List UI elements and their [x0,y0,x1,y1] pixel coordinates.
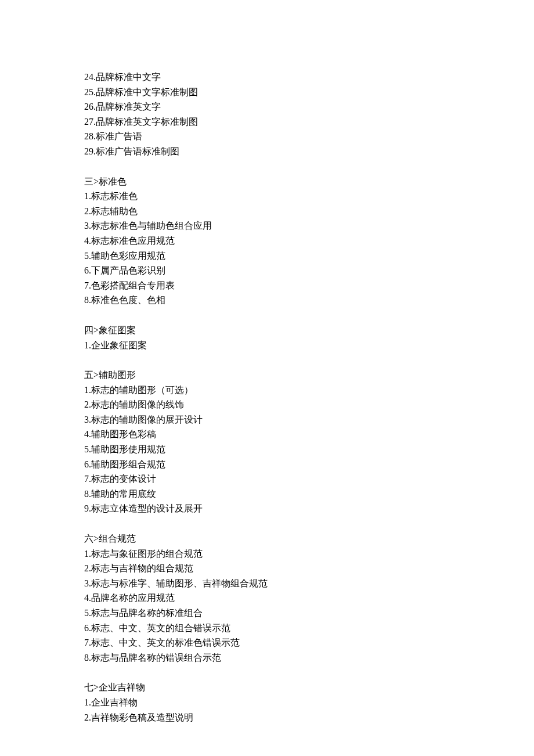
section-top: 24.品牌标准中文字 25.品牌标准中文字标准制图 26.品牌标准英文字 27.… [84,70,534,159]
list-item: 9.标志立体造型的设计及展开 [84,501,534,516]
list-item: 4.辅助图形色彩稿 [84,427,534,442]
list-item: 4.标志标准色应用规范 [84,233,534,249]
list-item: 27.品牌标准英文字标准制图 [84,114,534,129]
list-item: 5.标志与品牌名称的标准组合 [84,606,534,621]
list-item: 8.标志与品牌名称的错误组合示范 [84,650,534,665]
section-5: 五>辅助图形 1.标志的辅助图形（可选） 2.标志的辅助图像的线饰 3.标志的辅… [84,368,534,516]
list-item: 1.企业象征图案 [84,338,534,353]
list-item: 26.品牌标准英文字 [84,99,534,114]
list-item: 29.标准广告语标准制图 [84,144,534,159]
list-item: 4.品牌名称的应用规范 [84,591,534,606]
list-item: 5.辅助图形使用规范 [84,442,534,457]
section-header: 三>标准色 [84,174,534,189]
list-item: 6.辅助图形组合规范 [84,457,534,472]
list-item: 8.标准色色度、色相 [84,293,534,308]
list-item: 1.标志与象征图形的组合规范 [84,546,534,561]
section-6: 六>组合规范 1.标志与象征图形的组合规范 2.标志与吉祥物的组合规范 3.标志… [84,531,534,665]
list-item: 3.标志标准色与辅助色组合应用 [84,218,534,233]
section-7: 七>企业吉祥物 1.企业吉祥物 2.吉祥物彩色稿及造型说明 [84,680,534,725]
list-item: 1.标志的辅助图形（可选） [84,383,534,398]
list-item: 6.下属产品色彩识别 [84,263,534,278]
section-4: 四>象征图案 1.企业象征图案 [84,323,534,352]
list-item: 2.标志辅助色 [84,204,534,219]
list-item: 8.辅助的常用底纹 [84,487,534,502]
list-item: 7.标志的变体设计 [84,471,534,487]
document-content: 24.品牌标准中文字 25.品牌标准中文字标准制图 26.品牌标准英文字 27.… [84,70,534,725]
section-header: 五>辅助图形 [84,368,534,383]
list-item: 2.标志与吉祥物的组合规范 [84,561,534,576]
list-item: 28.标准广告语 [84,129,534,144]
list-item: 6.标志、中文、英文的组合错误示范 [84,621,534,636]
list-item: 2.吉祥物彩色稿及造型说明 [84,710,534,725]
list-item: 2.标志的辅助图像的线饰 [84,397,534,412]
list-item: 7.色彩搭配组合专用表 [84,278,534,293]
list-item: 25.品牌标准中文字标准制图 [84,85,534,100]
list-item: 24.品牌标准中文字 [84,70,534,85]
list-item: 3.标志与标准字、辅助图形、吉祥物组合规范 [84,576,534,591]
list-item: 1.标志标准色 [84,189,534,204]
list-item: 1.企业吉祥物 [84,695,534,710]
section-header: 四>象征图案 [84,323,534,338]
list-item: 7.标志、中文、英文的标准色错误示范 [84,635,534,650]
list-item: 3.标志的辅助图像的展开设计 [84,412,534,427]
section-header: 六>组合规范 [84,531,534,546]
list-item: 5.辅助色彩应用规范 [84,249,534,264]
section-3: 三>标准色 1.标志标准色 2.标志辅助色 3.标志标准色与辅助色组合应用 4.… [84,174,534,308]
section-header: 七>企业吉祥物 [84,680,534,695]
